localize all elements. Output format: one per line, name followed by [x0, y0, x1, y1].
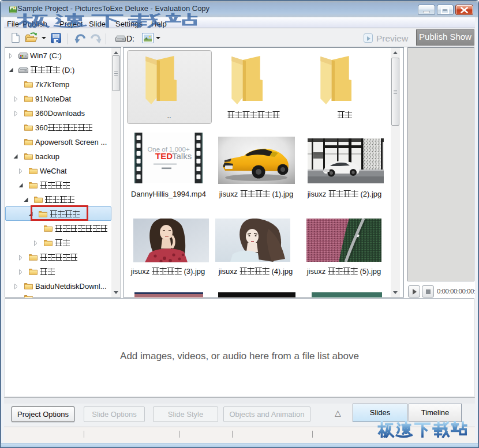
svg-text:TED: TED	[155, 151, 173, 161]
svg-text:Talks: Talks	[172, 151, 192, 161]
